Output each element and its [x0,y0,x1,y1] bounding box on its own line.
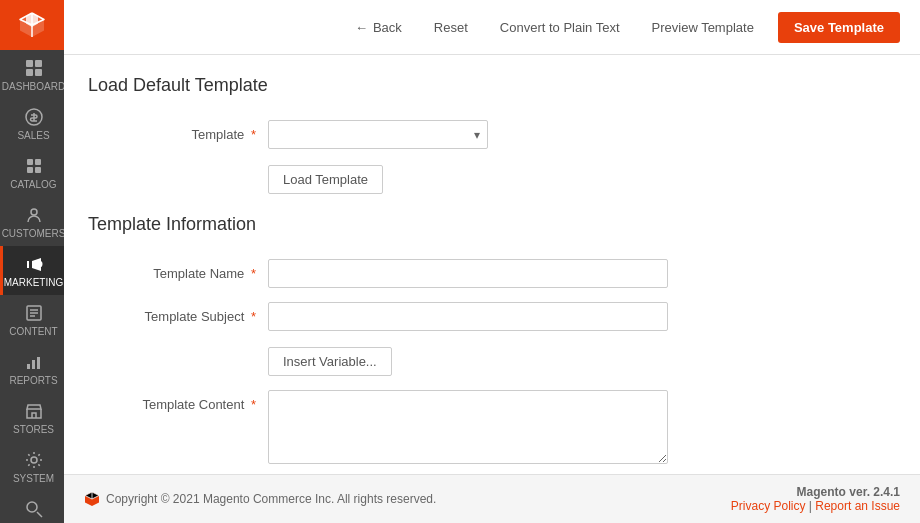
template-info-title: Template Information [88,214,896,243]
insert-variable-button[interactable]: Insert Variable... [268,347,392,376]
svg-rect-3 [35,69,42,76]
footer-magento-icon [84,491,100,507]
template-select-wrapper [268,120,668,149]
page-content: Load Default Template Template * Load Te… [64,55,920,474]
sidebar-item-marketing[interactable]: MARKETING [0,246,64,295]
sidebar-item-customers[interactable]: CUSTOMERS [0,197,64,246]
sidebar-item-sales-label: SALES [17,130,49,142]
sidebar-item-stores[interactable]: STORES [0,393,64,442]
reset-label: Reset [434,20,468,35]
reset-button[interactable]: Reset [426,14,476,41]
save-button[interactable]: Save Template [778,12,900,43]
back-arrow-icon: ← [355,20,368,35]
magento-version-label: Magento ver. 2.4.1 [797,485,900,499]
sidebar-item-catalog-label: CATALOG [10,179,56,191]
marketing-icon [24,254,44,274]
content-icon [24,303,44,323]
sales-icon [24,107,44,127]
sidebar-item-content[interactable]: CONTENT [0,295,64,344]
reports-icon [24,352,44,372]
convert-label: Convert to Plain Text [500,20,620,35]
template-subject-row: Template Subject * [88,302,896,331]
footer-logo-area: Copyright © 2021 Magento Commerce Inc. A… [84,491,436,507]
main-area: ← Back Reset Convert to Plain Text Previ… [64,0,920,523]
back-label: Back [373,20,402,35]
footer-copyright: Copyright © 2021 Magento Commerce Inc. A… [106,492,436,506]
report-issue-link[interactable]: Report an Issue [815,499,900,513]
svg-point-9 [31,209,37,215]
template-subject-label: Template Subject * [88,302,268,324]
name-required: * [251,266,256,281]
sidebar-item-reports-label: REPORTS [9,375,57,387]
svg-rect-1 [35,60,42,67]
footer: Copyright © 2021 Magento Commerce Inc. A… [64,474,920,523]
svg-line-19 [37,512,42,517]
content-required: * [251,397,256,412]
template-name-row: Template Name * [88,259,896,288]
back-button[interactable]: ← Back [347,14,410,41]
dashboard-icon [24,58,44,78]
sidebar-item-dashboard[interactable]: DASHBOARD [0,50,64,99]
template-content-textarea[interactable] [268,390,668,464]
sidebar-item-find-partners[interactable]: FIND PARTNERS & EXTENSIONS [0,491,64,523]
template-information-section: Template Information Template Name * Tem… [88,214,896,474]
load-default-template-section: Load Default Template Template * Load Te… [88,75,896,194]
template-content-control [268,390,668,467]
sidebar-item-customers-label: CUSTOMERS [2,228,64,240]
svg-rect-7 [27,167,33,173]
load-button-row: Load Template [268,163,896,194]
footer-right: Magento ver. 2.4.1 Privacy Policy | Repo… [731,485,900,513]
sidebar-item-system[interactable]: SYSTEM [0,442,64,491]
toolbar: ← Back Reset Convert to Plain Text Previ… [64,0,920,55]
sidebar-item-dashboard-label: DASHBOARD [2,81,64,93]
load-section-title: Load Default Template [88,75,896,104]
template-name-label: Template Name * [88,259,268,281]
svg-rect-14 [27,364,30,369]
sidebar-item-stores-label: STORES [13,424,54,436]
convert-button[interactable]: Convert to Plain Text [492,14,628,41]
svg-point-18 [27,502,37,512]
required-indicator: * [251,127,256,142]
preview-label: Preview Template [652,20,754,35]
find-partners-icon [24,499,44,519]
svg-point-17 [31,457,37,463]
template-select-label: Template * [88,120,268,142]
svg-rect-15 [32,360,35,369]
svg-rect-0 [26,60,33,67]
load-template-button[interactable]: Load Template [268,165,383,194]
template-select[interactable] [268,120,488,149]
svg-rect-5 [27,159,33,165]
svg-rect-6 [35,159,41,165]
template-subject-control [268,302,668,331]
svg-rect-16 [37,357,40,369]
svg-rect-2 [26,69,33,76]
stores-icon [24,401,44,421]
privacy-policy-link[interactable]: Privacy Policy [731,499,806,513]
template-content-row: Template Content * [88,390,896,467]
preview-button[interactable]: Preview Template [644,14,762,41]
save-label: Save Template [794,20,884,35]
template-name-control [268,259,668,288]
template-select-row: Template * [88,120,896,149]
template-content-label: Template Content * [88,390,268,412]
sidebar: DASHBOARD SALES CATALOG CUSTOMERS MARKET… [0,0,64,523]
template-subject-input[interactable] [268,302,668,331]
sidebar-item-sales[interactable]: SALES [0,99,64,148]
sidebar-item-marketing-label: MARKETING [4,277,63,289]
sidebar-item-reports[interactable]: REPORTS [0,344,64,393]
insert-variable-row: Insert Variable... [268,345,896,376]
svg-rect-8 [35,167,41,173]
catalog-icon [24,156,44,176]
subject-required: * [251,309,256,324]
magento-logo [0,0,64,50]
system-icon [24,450,44,470]
template-dropdown-wrapper [268,120,488,149]
sidebar-item-content-label: CONTENT [9,326,57,338]
sidebar-item-system-label: SYSTEM [13,473,54,485]
template-name-input[interactable] [268,259,668,288]
sidebar-item-catalog[interactable]: CATALOG [0,148,64,197]
customers-icon [24,205,44,225]
